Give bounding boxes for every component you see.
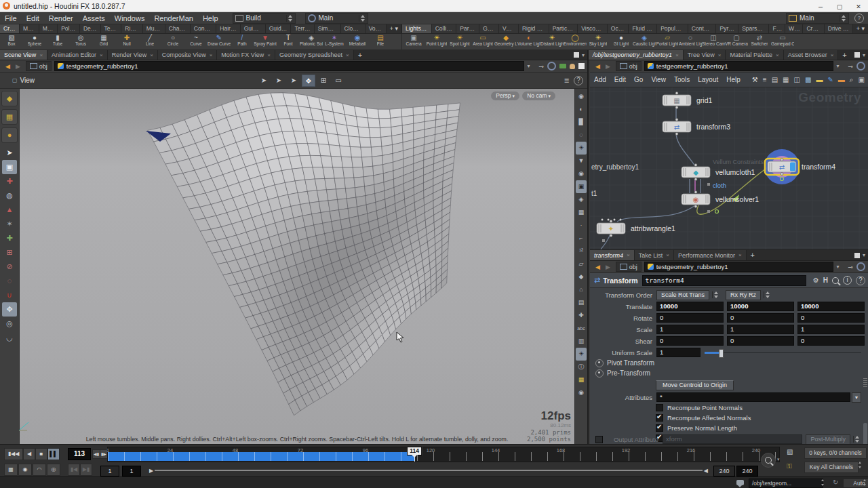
scale-handle-icon[interactable]: ▲ — [2, 203, 17, 217]
shelf-tool-gi-light[interactable]: ●GI Light — [610, 34, 633, 49]
playbar-search-button[interactable] — [761, 453, 776, 468]
auto-update-spinner[interactable] — [863, 479, 867, 486]
output-attribute-field[interactable]: xform — [663, 434, 802, 444]
forward-arrow-icon[interactable]: ▶ — [13, 63, 23, 70]
network-menu-help[interactable]: Help — [722, 76, 745, 83]
net-path-root-chip[interactable]: obj — [616, 61, 642, 71]
pane-menu-icon[interactable] — [574, 50, 587, 60]
range-end-field[interactable]: 240 — [713, 466, 735, 476]
scale-field-x[interactable]: 1 — [656, 325, 724, 334]
pane-tab-material-palette[interactable]: Material Palette — [726, 50, 783, 60]
headlight-icon[interactable]: ☀ — [576, 142, 587, 155]
search-icon[interactable] — [832, 277, 839, 284]
network-menu-tools[interactable]: Tools — [670, 76, 694, 83]
shelf-tool-tube[interactable]: ▮Tube — [46, 34, 69, 49]
translate-field-y[interactable]: 10000 — [727, 302, 794, 311]
move-tool-icon[interactable]: ✥ — [302, 75, 315, 87]
spotlight-icon[interactable]: ☀ — [576, 348, 587, 361]
tree-view-icon[interactable]: ≡ — [763, 76, 767, 83]
main-spinner[interactable] — [359, 15, 366, 22]
pin-icon[interactable] — [538, 63, 544, 70]
scoped-channels-icon[interactable]: ▧ — [787, 448, 793, 455]
eye-icon[interactable]: ◉ — [576, 90, 587, 103]
desktop-spinner[interactable] — [286, 15, 293, 22]
close-tab-icon[interactable] — [267, 52, 271, 58]
param-back-arrow-icon[interactable]: ◀ — [593, 264, 603, 270]
primitives-icon[interactable]: ◆ — [576, 270, 587, 283]
checkbox[interactable] — [656, 414, 663, 422]
close-tab-icon[interactable] — [675, 52, 679, 58]
shelf-tool-spot-light[interactable]: ☀Spot Light — [448, 34, 471, 49]
shelf-tab-guide-b-[interactable]: Guide B... — [266, 24, 292, 33]
desktop-selector[interactable]: Build — [233, 13, 296, 24]
param-path-root-chip[interactable]: obj — [616, 262, 642, 272]
param-forward-arrow-icon[interactable]: ▶ — [603, 264, 613, 270]
transform-handle-icon[interactable]: ✶ — [2, 217, 17, 231]
translate-handle-icon[interactable]: ✚ — [2, 174, 17, 188]
new-pane-tab-button[interactable] — [747, 250, 759, 260]
param-path-dropdown-icon[interactable] — [833, 264, 842, 270]
uniform-scale-slider[interactable] — [705, 348, 861, 357]
snap-magnet-icon[interactable]: ∪ — [2, 288, 17, 302]
view-tool-icon[interactable]: ✥ — [2, 302, 17, 317]
shelf-tool-box[interactable]: ▧Box — [0, 34, 23, 49]
snap-grid-icon[interactable]: ⊞ — [2, 245, 17, 260]
shelf-tool-circle[interactable]: ○Circle — [161, 34, 184, 49]
shelf-tab-drive-sim-[interactable]: Drive Sim... — [825, 24, 853, 33]
param-pin-icon[interactable] — [848, 264, 853, 270]
shelf-tool-point-light[interactable]: ☀Point Light — [425, 34, 448, 49]
view-camera-icon[interactable]: ◉ — [576, 386, 587, 399]
refresh-icon[interactable] — [833, 479, 838, 486]
dock-tool-icon[interactable]: ◡ — [2, 331, 17, 345]
avatar-icon[interactable] — [570, 64, 575, 69]
rotate-field-z[interactable]: 0 — [797, 313, 865, 323]
shelf-tab-crowds[interactable]: Crowds — [803, 24, 824, 33]
ghost-button[interactable]: ◠ — [33, 464, 46, 476]
network-editor[interactable]: etry_rubbertoy1t1▦grid1⇄transform3◆vellu… — [590, 87, 868, 250]
shelf-tool-ambient-light[interactable]: ◌Ambient Light — [679, 34, 702, 49]
realtime-button[interactable]: ◎ — [47, 464, 60, 476]
shear-field-x[interactable]: 0 — [656, 336, 724, 346]
shelf-tab-constrai-[interactable]: Constrai... — [191, 24, 216, 33]
uniform-scale-field[interactable]: 1 — [656, 348, 701, 357]
pane-tab-composite-view[interactable]: Composite View — [158, 50, 218, 60]
shelf-tab-simple-fx[interactable]: Simple FX — [315, 24, 341, 33]
shelf-tool-area-light[interactable]: ▭Area Light — [471, 34, 494, 49]
checkbox[interactable] — [656, 424, 663, 432]
shelf-tool-portal-light[interactable]: ▱Portal Light — [656, 34, 679, 49]
shelf-tab-pyro-fx[interactable]: Pyro FX — [716, 24, 738, 33]
shelf-tab-viscous-fl-[interactable]: Viscous Fl... — [578, 24, 608, 33]
secure-selection-icon[interactable]: ▣ — [2, 160, 17, 174]
translate-field-x[interactable]: 10000 — [656, 302, 724, 311]
normals-display-icon[interactable]: ⌐ — [576, 232, 587, 245]
attributes-field[interactable]: * — [656, 392, 850, 402]
close-tab-icon[interactable] — [150, 52, 153, 58]
shelf-tool-l-system[interactable]: ✶L-System — [323, 34, 346, 49]
menu-edit[interactable]: Edit — [22, 14, 44, 22]
shelf-tab-rigid-bodies[interactable]: Rigid Bodies — [519, 24, 549, 33]
shelf-tool-environment-light[interactable]: ◯Environment Light — [564, 34, 587, 49]
shelf-tool-draw-curve[interactable]: ✎Draw Curve — [208, 34, 231, 49]
pane-tab-animation-editor[interactable]: Animation Editor — [47, 50, 108, 60]
sticky-note-icon[interactable]: ▬ — [816, 76, 823, 83]
shelf-tool-distant-light[interactable]: ☀Distant Light — [540, 34, 564, 49]
network-menu-view[interactable]: View — [647, 76, 670, 83]
shelf-tab-muscles[interactable]: Muscles — [143, 24, 165, 33]
rotate-order-spinner[interactable] — [764, 291, 770, 298]
select-tool-icon[interactable]: ➤ — [257, 75, 271, 87]
expand-icon[interactable] — [595, 359, 604, 367]
shelf-tab-grains[interactable]: Grains — [479, 24, 499, 33]
main-menu-selector[interactable]: Main — [305, 13, 368, 24]
pane-menu-icon[interactable] — [854, 50, 868, 60]
range-start-alt-field[interactable]: 1 — [122, 466, 141, 476]
shelf-tool-gamepad-camera[interactable]: ▭Gamepad Camera — [771, 34, 794, 49]
playhead-flag[interactable]: 114 — [407, 447, 422, 455]
shelf-tool-spray-paint[interactable]: ▼Spray Paint — [254, 34, 277, 49]
viewport-help-icon[interactable] — [574, 76, 583, 85]
network-menu-add[interactable]: Add — [590, 76, 610, 83]
menu-render[interactable]: Render — [44, 14, 78, 22]
two-lights-icon[interactable]: ◉ — [576, 167, 587, 180]
close-tab-icon[interactable] — [627, 252, 630, 258]
shelf-tab-volume[interactable]: Volume — [366, 24, 387, 33]
key-all-spinner[interactable] — [858, 462, 863, 468]
